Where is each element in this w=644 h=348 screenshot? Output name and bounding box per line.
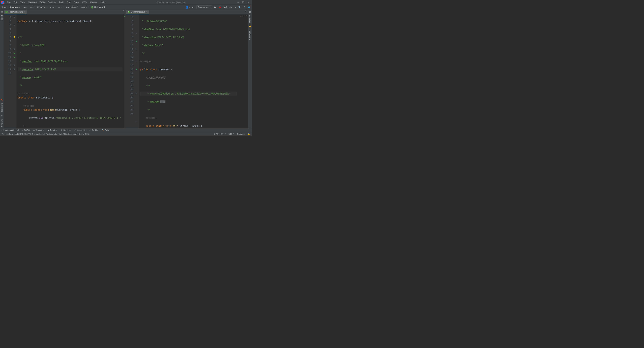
- run-icon[interactable]: ▶: [214, 6, 216, 8]
- maximize-icon[interactable]: ☐: [242, 1, 244, 4]
- gutter-right: ⊔▶⊟⊔▶⊟⊔: [134, 14, 139, 128]
- error-stripe-left[interactable]: ✔: [124, 14, 126, 128]
- app-icon: [1, 1, 4, 4]
- tool-problems[interactable]: ⊘Problems: [33, 129, 44, 131]
- stop-icon[interactable]: ■: [235, 6, 236, 8]
- todo-icon: ≡: [22, 129, 23, 131]
- run-config-selector[interactable]: Comments: [196, 5, 212, 9]
- tool-notifications[interactable]: Notifications: [249, 28, 252, 41]
- tool-services[interactable]: ⚙Services: [61, 129, 71, 131]
- run-gutter-icon[interactable]: ▶: [12, 51, 16, 55]
- title-bar: File Edit View Navigate Code Refactor Bu…: [0, 0, 252, 5]
- search-icon[interactable]: 🔍: [238, 6, 241, 8]
- editor-body-right[interactable]: 45678 91011121314 1516171819202122232425…: [126, 14, 248, 128]
- tool-project[interactable]: Project: [0, 14, 3, 22]
- vcs-update-icon[interactable]: ↙: [192, 6, 194, 8]
- menu-view[interactable]: View: [19, 0, 26, 4]
- menu-refactor[interactable]: Refactor: [46, 0, 58, 4]
- crumb-object[interactable]: object: [81, 5, 88, 9]
- menu-navigate[interactable]: Navigate: [27, 0, 38, 4]
- tool-bookmarks[interactable]: Bookmarks: [0, 102, 3, 114]
- navigation-bar: java〉 java-core〉 src〉 net〉 ittimeline〉 j…: [0, 5, 252, 10]
- crumb-net[interactable]: net: [30, 5, 34, 9]
- warning-count: 1: [242, 15, 244, 18]
- class-icon: C: [91, 6, 93, 8]
- nav-down-icon[interactable]: ˅: [246, 15, 248, 18]
- warning-icon[interactable]: ⚠: [240, 15, 242, 18]
- tab-menu-icon[interactable]: ⋮: [243, 10, 248, 14]
- status-window-icon[interactable]: ▢: [2, 133, 4, 135]
- tool-structure[interactable]: Structure: [0, 118, 3, 128]
- bottom-tool-strip: ⎇Version Control ≡TODO ⊘Problems ▣Termin…: [0, 128, 252, 132]
- notifications-icon[interactable]: 🔔: [249, 25, 251, 27]
- profiler-icon: ◔: [90, 129, 91, 131]
- nav-actions: 👤▾ ↙ Comments ▶ 🐞 ▶⎙ ◔▾ ■ 🔍 ⚙ ⬢: [186, 5, 250, 9]
- database-icon[interactable]: 🗄: [249, 11, 251, 13]
- structure-icon[interactable]: ⇅: [1, 115, 2, 117]
- code-area-right[interactable]: * 三种Java注释的使用 * @author tony 18601767221…: [139, 14, 238, 128]
- add-user-icon[interactable]: 👤▾: [186, 6, 190, 8]
- crumb-foundational[interactable]: foundational: [65, 5, 78, 9]
- profile-icon[interactable]: ◔▾: [229, 6, 232, 8]
- run-gutter-icon[interactable]: ▶: [134, 39, 139, 43]
- crumb-src[interactable]: src: [23, 5, 27, 9]
- intention-bulb-icon[interactable]: 💡: [12, 35, 16, 39]
- menu-bar: File Edit View Navigate Code Refactor Bu…: [6, 0, 106, 4]
- nav-up-icon[interactable]: ˄: [244, 15, 246, 18]
- menu-edit[interactable]: Edit: [12, 0, 18, 4]
- caret-position[interactable]: 7:23: [214, 133, 218, 135]
- coverage-icon[interactable]: ▶⎙: [224, 6, 227, 8]
- tool-todo[interactable]: ≡TODO: [22, 129, 30, 131]
- tool-build[interactable]: 🔨Build: [102, 129, 110, 131]
- line-numbers-right: 45678 91011121314 1516171819202122232425…: [126, 14, 134, 128]
- debug-icon[interactable]: 🐞: [218, 6, 221, 8]
- tab-bar-left: C HelloWorld.java × ⋮: [4, 10, 126, 14]
- branch-icon: ⎇: [2, 129, 4, 131]
- menu-run[interactable]: Run: [66, 0, 72, 4]
- java-file-icon: C: [5, 11, 8, 13]
- run-gutter-icon[interactable]: ▶: [12, 55, 16, 59]
- line-separator[interactable]: CRLF: [220, 133, 226, 135]
- menu-file[interactable]: File: [6, 0, 12, 4]
- tab-close-icon[interactable]: ×: [146, 11, 147, 13]
- inspection-ok-icon: ✔: [124, 15, 126, 17]
- avatar-icon[interactable]: ⬢: [248, 6, 250, 8]
- menu-window[interactable]: Window: [88, 0, 99, 4]
- editor-split: C HelloWorld.java × ⋮ 123456789101112131…: [4, 10, 248, 128]
- file-encoding[interactable]: UTF-8: [228, 133, 234, 135]
- tool-database[interactable]: Database: [249, 14, 252, 24]
- crumb-java-core[interactable]: java-core: [10, 5, 20, 9]
- crumb-java[interactable]: java: [2, 5, 7, 9]
- right-tool-gutter: 🗄 Database 🔔 Notifications: [248, 10, 252, 128]
- lock-icon[interactable]: 🔒: [248, 133, 250, 135]
- tab-comments[interactable]: C Comments.java ×: [126, 10, 149, 14]
- bookmarks-icon[interactable]: 🔖: [1, 99, 3, 101]
- editor-body-left[interactable]: 123456789101112131415 ⊟⊟💡⊔▶▶⊔⊔ package n…: [4, 14, 126, 128]
- crumb-class[interactable]: CHelloWorld: [90, 5, 105, 9]
- minimize-icon[interactable]: ─: [238, 1, 239, 4]
- tool-terminal[interactable]: ▣Terminal: [48, 129, 58, 131]
- code-area-left[interactable]: package net.ittimeline.java.core.foundat…: [16, 14, 124, 128]
- close-icon[interactable]: ✕: [248, 1, 250, 4]
- crumb-core[interactable]: core: [57, 5, 62, 9]
- menu-vcs[interactable]: VCS: [81, 0, 88, 4]
- menu-code[interactable]: Code: [38, 0, 46, 4]
- autobuild-icon: 🛆: [74, 129, 76, 131]
- tab-menu-icon[interactable]: ⋮: [121, 10, 126, 14]
- menu-build[interactable]: Build: [58, 0, 65, 4]
- menu-help[interactable]: Help: [99, 0, 106, 4]
- settings-icon[interactable]: ⚙: [244, 6, 246, 8]
- tool-autobuild[interactable]: 🛆Auto-build: [74, 129, 86, 131]
- run-gutter-icon[interactable]: ▶: [134, 67, 139, 71]
- crumb-java2[interactable]: java: [49, 5, 54, 9]
- error-stripe-right[interactable]: ⚠ 1 ˄ ˅: [238, 14, 248, 128]
- indent-setting[interactable]: 4 spaces: [237, 133, 245, 135]
- tool-profiler[interactable]: ◔Profiler: [90, 129, 98, 131]
- crumb-ittimeline[interactable]: ittimeline: [36, 5, 46, 9]
- status-message[interactable]: Localized IntelliJ IDEA 2022.3.1 is avai…: [5, 133, 89, 135]
- project-icon[interactable]: ▤: [1, 11, 3, 13]
- tab-helloworld[interactable]: C HelloWorld.java ×: [4, 10, 27, 14]
- menu-tools[interactable]: Tools: [73, 0, 80, 4]
- tool-vcs[interactable]: ⎇Version Control: [2, 129, 19, 131]
- tab-close-icon[interactable]: ×: [24, 11, 25, 13]
